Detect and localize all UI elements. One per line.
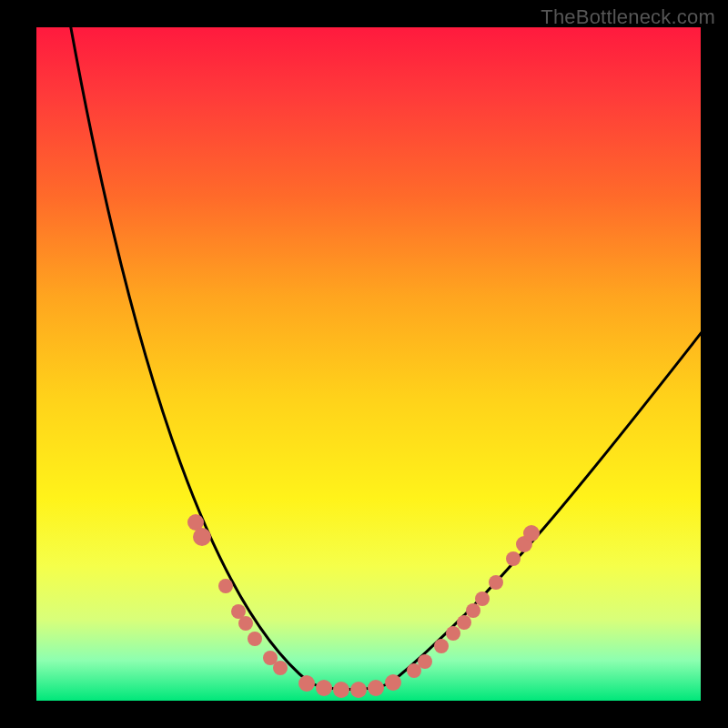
data-marker: [298, 675, 315, 692]
data-marker: [248, 632, 262, 646]
watermark-text: TheBottleneck.com: [541, 5, 715, 29]
plot-area: [36, 27, 701, 701]
data-marker: [523, 525, 540, 541]
data-marker: [368, 680, 384, 696]
data-marker: [333, 682, 349, 698]
data-marker: [418, 654, 432, 669]
data-marker: [457, 615, 471, 630]
marker-group: [187, 514, 540, 698]
bottleneck-curve: [69, 27, 701, 690]
data-marker: [238, 616, 253, 631]
data-marker: [475, 592, 490, 606]
data-marker: [350, 682, 367, 698]
data-marker: [218, 579, 233, 593]
chart-overlay: [36, 27, 701, 701]
data-marker: [489, 575, 503, 590]
data-marker: [446, 626, 460, 641]
data-marker: [434, 639, 449, 653]
data-marker: [316, 680, 332, 696]
data-marker: [193, 528, 211, 546]
data-marker: [506, 551, 521, 566]
data-marker: [466, 603, 480, 618]
data-marker: [273, 661, 288, 675]
data-marker: [385, 674, 401, 691]
chart-frame: TheBottleneck.com: [0, 0, 728, 728]
